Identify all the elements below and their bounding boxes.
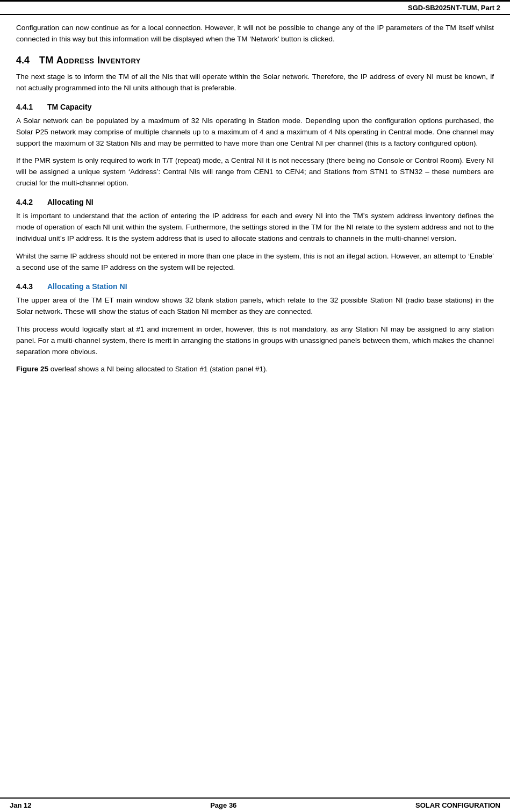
intro-paragraph: Configuration can now continue as for a … xyxy=(16,23,494,45)
section-441-num: 4.4.1 xyxy=(16,103,40,111)
page-container: SGD-SB2025NT-TUM, Part 2 Configuration c… xyxy=(0,0,510,812)
section-443-heading: 4.4.3 Allocating a Station NI xyxy=(16,282,494,291)
section-441-para1: A Solar network can be populated by a ma… xyxy=(16,116,494,149)
section-442-para1: It is important to understand that the a… xyxy=(16,211,494,245)
section-44-para: The next stage is to inform the TM of al… xyxy=(16,71,494,94)
header-title: SGD-SB2025NT-TUM, Part 2 xyxy=(408,4,500,12)
footer-center: Page 36 xyxy=(210,801,236,809)
footer-right: SOLAR CONFIGURATION xyxy=(415,801,500,809)
section-442-title: Allocating NI xyxy=(47,198,94,206)
section-443-para1: The upper area of the TM ET main window … xyxy=(16,295,494,318)
section-441-para2: If the PMR system is only required to wo… xyxy=(16,155,494,189)
figure-25-label: Figure 25 xyxy=(16,365,48,373)
section-442-heading: 4.4.2 Allocating NI xyxy=(16,198,494,206)
section-441-title: TM Capacity xyxy=(47,103,91,111)
header-bar: SGD-SB2025NT-TUM, Part 2 xyxy=(0,2,510,15)
footer: Jan 12 Page 36 SOLAR CONFIGURATION xyxy=(0,797,510,812)
section-44-heading: 4.4 TM Address Inventory xyxy=(16,55,494,66)
section-442-num: 4.4.2 xyxy=(16,198,40,206)
content-area: Configuration can now continue as for a … xyxy=(0,15,510,797)
section-442-para2: Whilst the same IP address should not be… xyxy=(16,251,494,274)
section-441-heading: 4.4.1 TM Capacity xyxy=(16,103,494,111)
section-443-num: 4.4.3 xyxy=(16,282,40,291)
section-443-title: Allocating a Station NI xyxy=(47,282,127,291)
section-443-para3: Figure 25 overleaf shows a NI being allo… xyxy=(16,364,494,375)
section-443-para2: This process would logically start at #1… xyxy=(16,324,494,358)
section-44-title: TM Address Inventory xyxy=(39,55,141,66)
footer-left: Jan 12 xyxy=(10,801,31,809)
section-44-num: 4.4 xyxy=(16,55,30,66)
